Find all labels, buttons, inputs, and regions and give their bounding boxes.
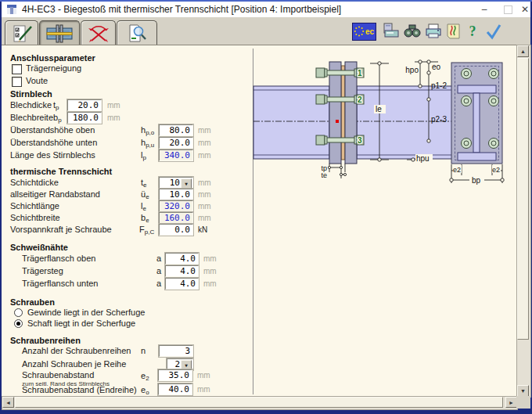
svg-text:te: te [321, 171, 327, 179]
blechdicke-label: Blechdicke [10, 99, 52, 111]
radio-dot [16, 322, 20, 326]
weld-unten-label: Trägerflansch unten [22, 278, 98, 290]
eurocode-ec-icon: ec [352, 23, 376, 41]
ueberstand-unten-input[interactable]: 20.0 [159, 137, 193, 149]
search-button[interactable] [402, 22, 422, 41]
anzahl-reihen-input[interactable]: 3 [159, 345, 193, 357]
svg-text:e2: e2 [492, 166, 500, 174]
voute-label: Voute [26, 75, 48, 87]
randabstand-unit: mm [198, 189, 211, 200]
title-bar: 4H-EC3 - Biegestoß mit thermischer Trenn… [2, 2, 530, 17]
weld-steg-input[interactable]: 4.0 [165, 265, 199, 277]
center-marker [336, 120, 339, 123]
weld-unten-symbol: a [156, 278, 161, 290]
print-copy-button[interactable] [381, 22, 401, 41]
scroll-right-button[interactable]: ► [505, 397, 517, 408]
tab-connection-geometry[interactable] [39, 20, 80, 45]
help-button[interactable]: ? [465, 22, 480, 41]
voute-checkbox[interactable] [12, 77, 22, 87]
weld-steg-symbol: a [156, 265, 161, 277]
svg-text:eo: eo [432, 63, 441, 71]
ueberstand-unten-unit: mm [198, 137, 211, 149]
svg-text:2: 2 [358, 95, 362, 104]
scroll-down-button[interactable]: ▼ [517, 385, 529, 397]
weld-steg-label: Trägersteg [22, 265, 63, 277]
weld-oben-symbol: a [156, 253, 161, 265]
gewinde-radio[interactable] [14, 308, 23, 317]
svg-text:3: 3 [358, 136, 362, 145]
schaft-radio[interactable] [14, 319, 23, 328]
svg-text:le: le [376, 105, 382, 113]
vorspannkraft-unit: kN [198, 224, 207, 236]
tab-loads[interactable] [81, 20, 116, 45]
weld-unten-unit: mm [203, 278, 217, 290]
scroll-left-button[interactable]: ◄ [2, 397, 14, 408]
blechbreite-label: Blechbreite [10, 112, 53, 124]
thermal-layer [341, 66, 345, 160]
scrollbar-corner [516, 396, 530, 409]
scroll-up-button[interactable]: ▲ [517, 45, 529, 57]
abstand-endreihe-input[interactable]: 40.0 [158, 383, 192, 395]
blechdicke-input[interactable]: 20.0 [67, 99, 102, 111]
schichtbreite-label: Schichtbreite [10, 212, 60, 224]
weld-oben-input[interactable]: 4.0 [165, 253, 199, 265]
schichtdicke-label: Schichtdicke [10, 177, 59, 189]
schichtdicke-select[interactable]: 10▼ [159, 177, 193, 189]
eurocode-button[interactable]: ec [351, 22, 376, 41]
laenge-stirnblech-symbol: lp [141, 149, 146, 164]
abstand-seitlich-input[interactable]: 35.0 [158, 369, 192, 381]
horizontal-scrollbar[interactable]: ◄ ► [2, 396, 518, 410]
section-trennschicht: thermische Trennschicht [10, 166, 112, 177]
main-panel: 1 2 3 [2, 45, 516, 397]
anzahl-je-reihe-select[interactable]: 2▼ [167, 358, 193, 370]
traegerneigung-checkbox[interactable] [12, 64, 22, 74]
confirm-check-icon [484, 22, 503, 41]
dimension-labels-front: e2 e2 bp [453, 165, 501, 185]
schichtlaenge-unit: mm [198, 200, 211, 212]
abstand-seitlich-unit: mm [197, 369, 210, 381]
vertical-scrollbar[interactable]: ▲ ▼ [516, 45, 531, 398]
section-schraubenreihen: Schraubenreihen [10, 335, 81, 346]
tab-report-preview[interactable] [117, 20, 157, 45]
section-schweissnaehte: Schweißnähte [10, 242, 68, 253]
abstand-seitlich-symbol: e2 [141, 370, 149, 384]
svg-text:bp: bp [472, 176, 481, 185]
blechdicke-unit: mm [107, 99, 120, 111]
horizontal-scroll-thumb[interactable] [15, 397, 503, 408]
tab-input-check[interactable] [5, 20, 38, 45]
report-notes-button[interactable] [444, 22, 464, 41]
maximize-button[interactable] [498, 2, 518, 17]
vorspannkraft-input[interactable]: 0.0 [159, 224, 193, 236]
beam-splice-icon [45, 23, 74, 44]
weld-unten-input[interactable]: 4.0 [165, 278, 199, 290]
print-copy-icon [382, 22, 401, 41]
svg-text:p1-2: p1-2 [431, 81, 447, 90]
weld-steg-unit: mm [203, 265, 217, 277]
ueberstand-oben-label: Überstandshöhe oben [10, 124, 95, 136]
svg-text:ec: ec [365, 27, 375, 36]
app-icon [6, 4, 17, 15]
vorspannkraft-label: Vorspannkraft je Schraube [10, 224, 112, 236]
section-schrauben: Schrauben [10, 297, 55, 308]
chevron-down-icon[interactable]: ▼ [181, 178, 192, 189]
weld-oben-unit: mm [203, 253, 217, 265]
printer-icon [424, 22, 443, 41]
close-button[interactable]: ✕ [518, 2, 532, 17]
weld-oben-label: Trägerflansch oben [22, 253, 95, 265]
binoculars-icon [403, 22, 422, 41]
help-icon: ? [469, 23, 476, 40]
schichtbreite-unit: mm [198, 212, 211, 224]
toolbar: ec [2, 17, 530, 45]
schichtdicke-unit: mm [198, 177, 211, 189]
confirm-button[interactable] [483, 22, 504, 41]
blechbreite-input[interactable]: 180.0 [67, 112, 102, 124]
abstand-endreihe-symbol: eo [141, 384, 149, 397]
randabstand-input[interactable]: 10.0 [159, 189, 193, 200]
vertical-scroll-thumb[interactable] [517, 58, 529, 340]
minimize-button[interactable]: – [474, 2, 494, 17]
checklist-pencil-icon [9, 23, 34, 44]
gewinde-radio-label: Gewinde liegt in der Scherfuge [27, 307, 145, 319]
print-button[interactable] [423, 22, 444, 41]
ueberstand-oben-input[interactable]: 80.0 [159, 124, 193, 136]
schichtbreite-output: 160.0 [159, 212, 193, 224]
